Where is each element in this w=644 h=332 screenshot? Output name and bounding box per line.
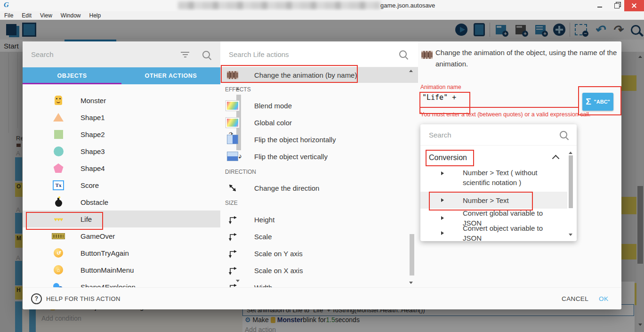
expr-object-var-to-json[interactable]: Convert object variable to JSON: [420, 225, 567, 241]
chevron-up-icon: [552, 155, 560, 162]
menu-help[interactable]: Help: [85, 12, 105, 19]
action-description: Change the animation of the object, usin…: [435, 47, 620, 70]
ok-button[interactable]: OK: [599, 295, 608, 302]
filter-icon[interactable]: [181, 52, 189, 57]
field-error-text: You must enter a text (between quotes) o…: [420, 111, 591, 118]
hearts-icon: [54, 215, 63, 223]
window-title: game.json.autosave: [380, 2, 435, 9]
expression-dropdown: Conversion Number > Text ( without scien…: [420, 124, 577, 241]
scroll-down-icon[interactable]: [409, 282, 413, 284]
minimize-button[interactable]: [592, 0, 607, 11]
menu-view[interactable]: View: [36, 12, 56, 19]
action-blend-mode[interactable]: Blend mode: [220, 97, 418, 114]
object-row-life-selected[interactable]: Life: [23, 211, 220, 227]
bomb-icon: [55, 200, 62, 207]
expr-number-to-text-no-sci[interactable]: Number > Text ( without scientific notat…: [420, 168, 567, 190]
object-row-monster[interactable]: Monster: [23, 92, 220, 109]
expand-arrow-icon: [441, 231, 444, 235]
actions-scrollbar-thumb[interactable]: [410, 234, 414, 275]
object-row-buttontryagain[interactable]: ButtonTryAgain: [23, 244, 220, 261]
actions-panel: Change the animation (by name) EFFECTS B…: [220, 41, 418, 287]
object-row-score[interactable]: Score: [23, 177, 220, 194]
tab-objects[interactable]: OBJECTS: [23, 67, 121, 84]
size-arrow-icon: [228, 232, 237, 241]
object-row-shape1[interactable]: Shape1: [23, 109, 220, 126]
size-arrow-icon: [228, 249, 237, 258]
search-icon: [560, 131, 567, 138]
action-width[interactable]: Width: [220, 279, 418, 287]
size-arrow-icon: [228, 283, 237, 288]
global-color-icon: [226, 118, 239, 128]
action-scale-y[interactable]: Scale on Y axis: [220, 245, 418, 262]
menu-bar: File Edit View Window Help: [0, 11, 644, 20]
object-row-buttonmainmenu[interactable]: ButtonMainMenu: [23, 261, 220, 278]
actions-search-row: [220, 41, 418, 67]
action-scale-x[interactable]: Scale on X axis: [220, 262, 418, 279]
expand-arrow-icon: [441, 216, 444, 220]
scroll-down-icon[interactable]: [569, 234, 572, 236]
animation-name-label: Animation name: [420, 84, 461, 90]
workspace: + + + − Start Re A O A M A H: [0, 20, 644, 332]
scroll-up-icon[interactable]: [236, 88, 240, 90]
help-icon: ?: [31, 293, 42, 304]
object-row-shape4explosion[interactable]: Shape4Explosion: [23, 278, 220, 287]
action-scale[interactable]: Scale: [220, 228, 418, 245]
menu-file[interactable]: File: [0, 12, 17, 19]
scroll-down-icon[interactable]: [236, 280, 240, 282]
expr-number-to-text[interactable]: Number > Text: [420, 192, 567, 209]
active-tab-indicator: [23, 83, 121, 84]
animation-name-value[interactable]: "Life" +: [422, 93, 456, 102]
scroll-up-icon[interactable]: [409, 70, 413, 72]
film-icon: [421, 51, 433, 59]
field-error-underline: [420, 107, 579, 108]
scroll-up-icon[interactable]: [569, 152, 572, 154]
action-flip-horizontal[interactable]: Flip the object horizontally: [220, 131, 418, 148]
tab-other-actions[interactable]: OTHER ACTIONS: [121, 67, 220, 84]
object-row-obstacle[interactable]: Obstacle: [23, 194, 220, 211]
size-arrow-icon: [228, 266, 237, 275]
actions-search-input[interactable]: [228, 50, 399, 59]
object-row-shape4[interactable]: Shape4: [23, 160, 220, 177]
square-icon: [54, 130, 63, 139]
menu-window[interactable]: Window: [56, 12, 85, 19]
object-row-shape3[interactable]: Shape3: [23, 143, 220, 160]
expression-search-input[interactable]: [428, 130, 560, 139]
dropdown-scrollbar-thumb[interactable]: [569, 155, 573, 208]
film-icon: [227, 71, 238, 79]
text-object-icon: [53, 180, 64, 190]
title-bar: G game.json.autosave: [0, 0, 644, 12]
size-arrow-icon: [228, 215, 237, 224]
circle-icon: [54, 146, 64, 156]
close-button[interactable]: [624, 0, 644, 11]
cancel-button[interactable]: CANCEL: [562, 295, 588, 302]
object-row-gameover[interactable]: GameOver: [23, 227, 220, 244]
sigma-icon: Σ: [586, 97, 591, 107]
action-global-color[interactable]: Global color: [220, 114, 418, 131]
retry-button-icon: [54, 248, 63, 258]
action-change-direction[interactable]: Change the direction: [220, 179, 418, 196]
action-flip-vertical[interactable]: Flip the object vertically: [220, 148, 418, 165]
action-height[interactable]: Height: [220, 211, 418, 228]
gdevelop-window: G game.json.autosave File Edit View Wind…: [0, 0, 644, 332]
expand-arrow-icon: [441, 171, 444, 175]
action-change-animation-by-name[interactable]: Change the animation (by name): [220, 67, 418, 83]
expression-builder-button[interactable]: Σ "ABC": [582, 93, 613, 111]
group-conversion[interactable]: Conversion: [420, 150, 567, 166]
search-icon: [202, 51, 210, 58]
explosion-icon: [53, 283, 64, 287]
gdevelop-logo-icon: G: [4, 1, 9, 9]
triangle-icon: [53, 113, 64, 121]
expand-arrow-icon: [441, 198, 444, 202]
objects-search-row: [23, 41, 220, 67]
help-for-this-action-link[interactable]: HELP FOR THIS ACTION: [46, 295, 121, 302]
object-row-shape2[interactable]: Shape2: [23, 126, 220, 143]
restore-button[interactable]: [609, 0, 624, 11]
section-size: SIZE: [225, 200, 238, 206]
monster-icon: [55, 96, 62, 105]
banner-icon: [52, 233, 65, 239]
blurred-file-path: [178, 1, 380, 9]
action-editor-dialog: OBJECTS OTHER ACTIONS Monster Shape1 Sha…: [23, 41, 621, 309]
menu-edit[interactable]: Edit: [17, 12, 36, 19]
objects-search-input[interactable]: [30, 50, 181, 59]
objects-tabs: OBJECTS OTHER ACTIONS: [23, 67, 220, 84]
